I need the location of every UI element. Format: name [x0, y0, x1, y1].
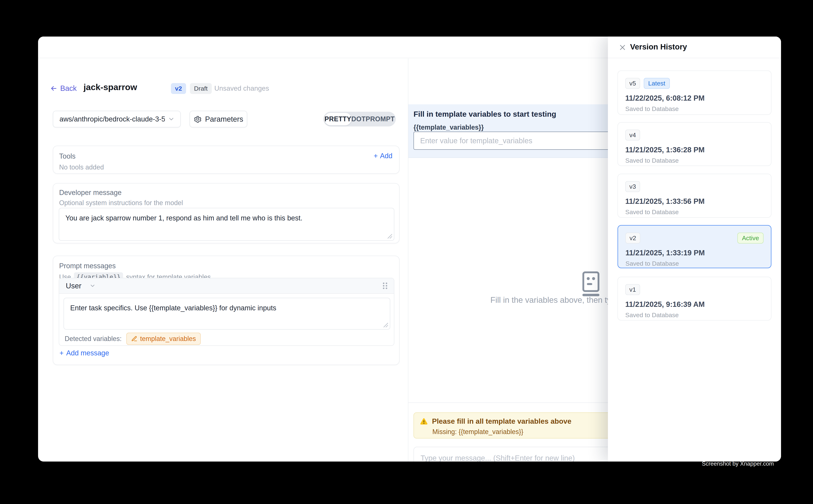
- back-button[interactable]: Back: [50, 84, 77, 92]
- detected-variable-chip[interactable]: template_variables: [126, 333, 200, 345]
- banner-title: Fill in template variables to start test…: [414, 110, 556, 119]
- prompt-messages-label: Prompt messages: [59, 262, 116, 270]
- version-item-v4[interactable]: v4 11/21/2025, 1:36:28 PM Saved to Datab…: [618, 122, 771, 166]
- version-tag: v1: [625, 284, 640, 295]
- pencil-icon: [131, 336, 137, 342]
- version-source: Saved to Database: [625, 208, 764, 216]
- warning-title: Please fill in all template variables ab…: [432, 417, 571, 425]
- version-history-header: Version History: [608, 37, 781, 58]
- version-tag: v5: [625, 78, 640, 89]
- version-source: Saved to Database: [626, 260, 764, 267]
- version-timestamp: 11/21/2025, 9:16:39 AM: [625, 300, 764, 308]
- add-message-button[interactable]: + Add message: [59, 349, 109, 357]
- version-tag: v2: [626, 233, 640, 244]
- version-source: Saved to Database: [625, 157, 764, 164]
- developer-message-hint: Optional system instructions for the mod…: [59, 199, 183, 207]
- version-tag: v3: [625, 181, 640, 192]
- role-select[interactable]: User: [66, 282, 96, 290]
- version-history-title: Version History: [630, 42, 687, 51]
- arrow-left-icon: [50, 85, 58, 92]
- version-item-v5[interactable]: v5 Latest 11/22/2025, 6:08:12 PM Saved t…: [618, 71, 771, 115]
- version-timestamp: 11/21/2025, 1:36:28 PM: [625, 146, 764, 154]
- version-timestamp: 11/21/2025, 1:33:19 PM: [626, 249, 764, 257]
- detected-variables-row: Detected variables: template_variables: [65, 333, 200, 344]
- app-window: Back jack-sparrow v2 Draft Unsaved chang…: [38, 37, 781, 462]
- version-item-v3[interactable]: v3 11/21/2025, 1:33:56 PM Saved to Datab…: [618, 174, 771, 218]
- version-tag: v4: [625, 130, 640, 140]
- tools-card: Tools + Add No tools added: [53, 146, 399, 174]
- version-timestamp: 11/21/2025, 1:33:56 PM: [625, 197, 764, 205]
- developer-message-label: Developer message: [59, 189, 121, 197]
- message-header: User: [59, 278, 394, 294]
- bot-face-icon: [580, 270, 601, 298]
- version-item-v2-active[interactable]: v2 Active 11/21/2025, 1:33:19 PM Saved t…: [618, 225, 771, 268]
- toggle-pretty[interactable]: PRETTY: [325, 113, 351, 125]
- screenshot-credit: Screenshot by Xnapper.com: [702, 460, 774, 467]
- page-title: jack-sparrow: [83, 82, 137, 92]
- developer-message-card: Developer message Optional system instru…: [53, 183, 399, 243]
- close-icon[interactable]: [618, 43, 627, 52]
- prompt-message-input[interactable]: Enter task specifics. Use {{template_var…: [64, 298, 390, 330]
- warning-missing: Missing: {{template_variables}}: [432, 428, 609, 436]
- parameters-button[interactable]: Parameters: [189, 111, 247, 127]
- view-mode-toggle: PRETTY DOTPROMPT: [323, 112, 396, 126]
- developer-message-field-wrap: You are jack sparrow number 1, respond a…: [59, 208, 394, 241]
- template-variable-label: {{template_variables}}: [414, 124, 484, 131]
- back-label: Back: [60, 84, 77, 92]
- version-item-v1[interactable]: v1 11/21/2025, 9:16:39 AM Saved to Datab…: [618, 277, 771, 320]
- chat-message-input[interactable]: [414, 447, 616, 462]
- gear-icon: [193, 115, 202, 123]
- plus-icon: +: [374, 152, 378, 160]
- tools-label: Tools: [59, 152, 76, 160]
- draft-status-badge: Draft: [190, 83, 212, 94]
- version-source: Saved to Database: [625, 105, 764, 112]
- version-history-panel: Version History v5 Latest 11/22/2025, 6:…: [608, 37, 781, 462]
- detected-variable-name: template_variables: [140, 335, 196, 343]
- template-variable-input[interactable]: [414, 132, 621, 150]
- drag-handle-icon[interactable]: [381, 282, 389, 290]
- parameters-label: Parameters: [205, 115, 243, 123]
- prompt-messages-card: Prompt messages Use {{variable}} syntax …: [53, 256, 399, 365]
- desktop-background: { "icons": { "plus": "+" }, "header": { …: [0, 0, 813, 504]
- developer-message-input[interactable]: You are jack sparrow number 1, respond a…: [59, 208, 394, 241]
- model-select[interactable]: aws/anthropic/bedrock-claude-3-5-s...: [53, 111, 181, 127]
- chevron-down-icon: [89, 283, 96, 289]
- warning-icon: [420, 417, 428, 425]
- toggle-dotprompt[interactable]: DOTPROMPT: [351, 113, 395, 125]
- plus-icon: +: [59, 349, 64, 357]
- chevron-down-icon: [168, 116, 175, 123]
- prompt-message-block: User Enter task specifics. Use {{templat…: [59, 278, 394, 346]
- active-badge: Active: [737, 233, 764, 244]
- prompt-message-field-wrap: Enter task specifics. Use {{template_var…: [64, 298, 390, 330]
- add-message-label: Add message: [66, 349, 109, 357]
- latest-badge: Latest: [644, 78, 670, 89]
- tools-empty-text: No tools added: [59, 163, 104, 171]
- model-select-value: aws/anthropic/bedrock-claude-3-5-s...: [59, 115, 165, 123]
- unsaved-changes-label: Unsaved changes: [214, 85, 269, 92]
- version-badge: v2: [171, 83, 186, 94]
- detected-variables-label: Detected variables:: [65, 335, 121, 343]
- missing-variables-warning: Please fill in all template variables ab…: [414, 412, 616, 438]
- add-tool-button[interactable]: + Add: [374, 152, 392, 160]
- version-source: Saved to Database: [625, 311, 764, 319]
- role-value: User: [66, 282, 81, 290]
- add-tool-label: Add: [380, 152, 392, 160]
- version-timestamp: 11/22/2025, 6:08:12 PM: [625, 94, 764, 102]
